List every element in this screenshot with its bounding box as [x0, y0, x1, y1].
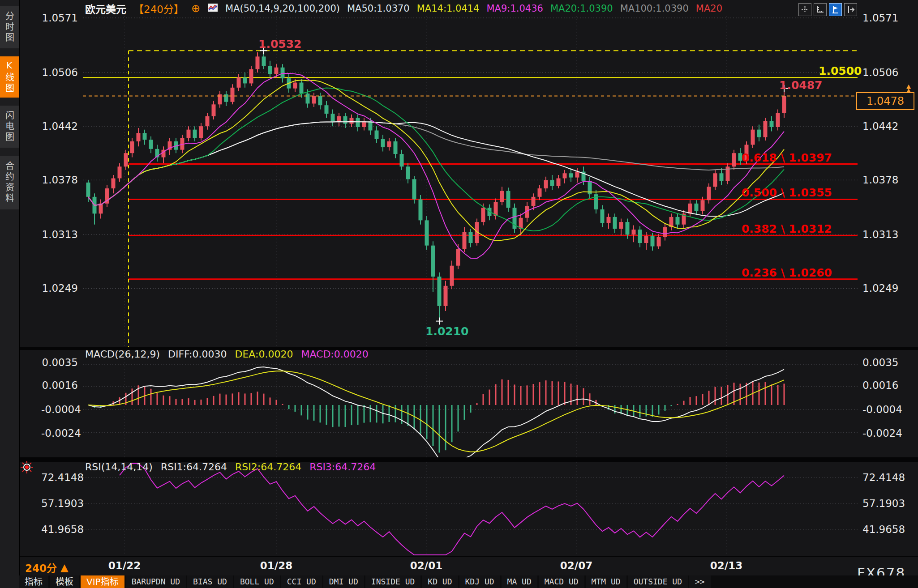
mini-chart-icon [207, 3, 218, 14]
rsi-tick-right: 72.4148 [862, 472, 912, 483]
add-indicator-icon[interactable]: ⊕ [191, 2, 200, 15]
current-price-badge: 1.0478 [856, 92, 914, 110]
candle [532, 197, 536, 206]
candle [419, 199, 423, 220]
ma14-line [88, 80, 784, 241]
candle [187, 130, 191, 138]
ma-lines-layer [88, 73, 784, 259]
tab-barupdn-ud[interactable]: BARUPDN_UD [126, 575, 186, 588]
rsi1-value: RSI1:64.7264 [161, 461, 227, 473]
macd-diff-value: DIFF:0.0030 [168, 349, 227, 360]
candle [268, 66, 272, 74]
macd-tick-left: -0.0024 [41, 427, 78, 439]
candle [343, 116, 347, 124]
candle [713, 173, 717, 187]
candle [206, 116, 210, 127]
candle [412, 179, 416, 199]
tab-inside-ud[interactable]: INSIDE_UD [365, 575, 421, 588]
candle [638, 230, 642, 243]
tab-kd-ud[interactable]: KD_UD [422, 575, 458, 588]
candle [112, 179, 116, 189]
candle [469, 232, 473, 243]
tab-outside-ud[interactable]: OUTSIDE_UD [628, 575, 688, 588]
candle [481, 208, 485, 222]
candle [356, 118, 360, 127]
sidebar-item-kline-chart[interactable]: K线图 [0, 56, 19, 98]
tab-indicator[interactable]: 指标 [19, 575, 48, 588]
candle [782, 96, 786, 113]
macd-tick-right: -0.0004 [862, 404, 912, 415]
tab-template[interactable]: 模板 [50, 575, 79, 588]
candle [707, 187, 711, 200]
last-high-label: 1.0487 [779, 79, 822, 92]
tab-boll-ud[interactable]: BOLL_UD [234, 575, 280, 588]
candle [500, 191, 504, 202]
up-triangle-icon: ▲ [60, 562, 69, 573]
candle [732, 153, 736, 166]
axis-scale-tool-icon[interactable] [814, 3, 827, 16]
price-tick-left: 1.0378 [41, 174, 78, 186]
candle [644, 236, 648, 243]
left-sidebar: 分时图 K线图 闪电图 合约资料 [0, 0, 20, 588]
candle [632, 230, 636, 234]
pane-separators [19, 347, 918, 557]
macd-header: MACD(26,12,9) DIFF:0.0030 DEA:0.0020 MAC… [85, 349, 369, 360]
price-tick-left: 1.0571 [41, 12, 78, 24]
candle [137, 133, 141, 141]
price-tick-left: 1.0442 [41, 120, 78, 132]
price-tick-right: 1.0378 [862, 174, 912, 186]
move-tool-icon[interactable] [798, 3, 811, 16]
recording-indicator-icon [20, 460, 34, 476]
candle [751, 130, 755, 145]
rsi-tick-left: 41.9658 [41, 524, 78, 535]
sidebar-item-time-chart[interactable]: 分时图 [0, 6, 19, 48]
tab-macd-ud[interactable]: MACD_UD [539, 575, 584, 588]
tab-vip-indicator[interactable]: VIP指标 [81, 575, 124, 588]
ma-settings-label: MA(50,14,9,20,100,200) [225, 3, 340, 14]
candle [312, 96, 316, 104]
tab-more[interactable]: >> [689, 575, 711, 588]
chart-flag-tool-icon[interactable] [829, 3, 842, 16]
candle [243, 77, 247, 83]
candle [770, 121, 774, 127]
tab-mtm-ud[interactable]: MTM_UD [586, 575, 626, 588]
price-tick-right: 1.0313 [862, 229, 912, 240]
ma9-line [88, 73, 784, 259]
period-label[interactable]: 【240分】 [133, 1, 184, 16]
candle [757, 130, 761, 137]
ma50-value: MA50:1.0370 [347, 3, 410, 14]
candle [438, 277, 442, 306]
candle [375, 131, 379, 139]
tab-ma-ud[interactable]: MA_UD [502, 575, 537, 588]
sidebar-item-lightning-chart[interactable]: 闪电图 [0, 106, 19, 148]
tab-cci-ud[interactable]: CCI_UD [281, 575, 322, 588]
fib-618-label: 0.618 \ 1.0397 [742, 151, 832, 164]
rsi-header: RSI(14,14,14) RSI1:64.7264 RSI2:64.7264 … [85, 461, 376, 473]
price-up-arrows-icon: ▲▲ [906, 84, 911, 92]
candle [601, 209, 605, 223]
tab-dmi-ud[interactable]: DMI_UD [323, 575, 364, 588]
fib-500-label: 0.500 \ 1.0355 [742, 186, 832, 199]
candle [563, 173, 567, 178]
rsi-tick-left: 72.4148 [41, 472, 78, 483]
sidebar-item-contract-info[interactable]: 合约资料 [0, 156, 19, 209]
candle [212, 104, 216, 116]
date-tick: 02/01 [399, 560, 453, 571]
candle [764, 121, 768, 137]
tab-bias-ud[interactable]: BIAS_UD [187, 575, 233, 588]
candle [262, 56, 266, 66]
macd-layer [88, 367, 784, 464]
macd-dea-line [88, 371, 784, 452]
collapse-panel-tool-icon[interactable] [844, 3, 857, 16]
candle [538, 188, 542, 197]
candle [569, 173, 573, 177]
chart-toolbar [798, 3, 857, 16]
footer-period[interactable]: 240分▲ [25, 560, 69, 575]
fib-236-label: 0.236 \ 1.0260 [742, 266, 832, 279]
ma20-value: MA20:1.0390 [550, 3, 613, 14]
date-axis: 240分▲ 01/22 01/28 02/01 02/07 02/13 [0, 558, 918, 575]
ma9-value: MA9:1.0436 [486, 3, 543, 14]
tab-kdj-ud[interactable]: KDJ_UD [459, 575, 500, 588]
candle [394, 141, 398, 154]
candle [300, 83, 304, 94]
